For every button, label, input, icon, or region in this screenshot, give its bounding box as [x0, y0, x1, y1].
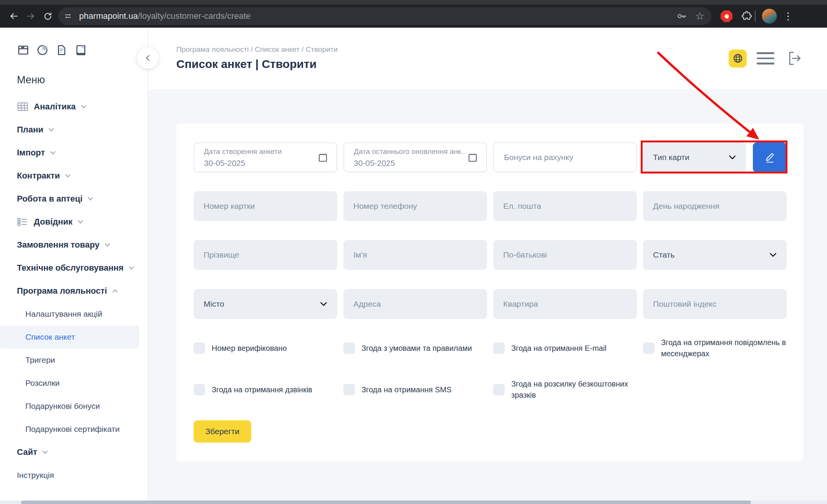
language-globe-button[interactable]: [729, 50, 747, 68]
card-number-input[interactable]: Номер картки: [194, 191, 337, 221]
browser-reload-button[interactable]: [39, 8, 56, 25]
document-icon[interactable]: [55, 44, 68, 56]
checkbox-number-verified[interactable]: Номер верифіковано: [194, 342, 337, 354]
first-name-input[interactable]: Ім'я: [343, 240, 487, 270]
bookmark-star-icon[interactable]: ☆: [695, 11, 704, 21]
calendar-icon[interactable]: [467, 152, 478, 164]
sidebar-item-goods-order[interactable]: Замовлення товару: [0, 233, 148, 256]
sidebar-item-contracts[interactable]: Контракти: [0, 164, 148, 187]
form-card: Дата створення анкети 30-05-2025 Дата ос…: [176, 124, 803, 461]
sidebar-item-import[interactable]: Імпорт: [0, 141, 148, 164]
checkbox-terms-agreement[interactable]: Згода з умовами та правилами: [343, 342, 487, 354]
archive-box-icon[interactable]: [17, 44, 30, 56]
globe-icon: [732, 53, 744, 64]
sidebar-item-loyalty-program[interactable]: Програма лояльності: [0, 279, 148, 302]
card-type-select[interactable]: Тип карти: [643, 142, 746, 172]
adblock-extension-icon[interactable]: [721, 10, 733, 22]
checkbox[interactable]: [343, 384, 355, 395]
browser-forward-button[interactable]: [22, 8, 39, 25]
password-key-icon[interactable]: [676, 10, 688, 22]
checkbox[interactable]: [493, 384, 505, 395]
url-domain: pharmapoint.ua: [79, 11, 138, 21]
email-input[interactable]: Ел. пошта: [493, 191, 637, 221]
sidebar-item-analytics[interactable]: Аналітика: [0, 95, 148, 118]
sidebar-subitem-customer-cards[interactable]: Список анкет: [0, 326, 139, 349]
browser-back-button[interactable]: [5, 8, 22, 25]
sidebar-item-instruction[interactable]: Інструкція: [0, 464, 148, 487]
address-input[interactable]: Адреса: [343, 289, 487, 319]
list-rows-icon: [17, 216, 29, 227]
bonus-balance-field[interactable]: Бонуси на рахунку: [493, 142, 637, 172]
date-created-label: Дата створення анкети: [204, 147, 282, 156]
sidebar-item-site[interactable]: Сайт: [0, 441, 148, 464]
checkbox-messenger-consent[interactable]: Згода на отримання повідомлень в месендж…: [643, 337, 787, 359]
birthday-input[interactable]: День народження: [643, 191, 787, 221]
url-text: pharmapoint.ua/loyalty/customer-cards/cr…: [79, 11, 250, 21]
menu-heading: Меню: [0, 56, 148, 86]
pie-chart-icon[interactable]: [36, 44, 49, 56]
sidebar-item-pharmacy-work[interactable]: Робота в аптеці: [0, 187, 148, 210]
url-path: /loyalty/customer-cards/create: [138, 11, 250, 21]
checkbox-calls-consent[interactable]: Згода на отримання дзвінків: [194, 384, 337, 395]
chevron-down-icon: [729, 155, 736, 160]
calendar-icon[interactable]: [318, 152, 328, 164]
postal-code-input[interactable]: Поштовий індекс: [643, 289, 787, 319]
site-settings-icon[interactable]: [61, 10, 75, 23]
checkbox[interactable]: [194, 342, 205, 354]
horizontal-scrollbar[interactable]: [0, 501, 827, 504]
book-icon[interactable]: [75, 44, 87, 56]
checkbox[interactable]: [493, 342, 505, 354]
hamburger-menu-icon[interactable]: [757, 52, 774, 64]
page-title: Список анкет | Створити: [176, 58, 317, 71]
checkbox[interactable]: [343, 342, 355, 354]
address-bar[interactable]: pharmapoint.ua/loyalty/customer-cards/cr…: [58, 7, 711, 25]
chevron-down-icon: [65, 174, 71, 178]
date-updated-value: 30-05-2025: [354, 159, 395, 168]
sidebar-subitem-promo-settings[interactable]: Налаштування акцій: [0, 302, 148, 326]
logout-button[interactable]: [786, 49, 803, 68]
browser-menu-icon[interactable]: ⋮: [783, 11, 793, 21]
edit-card-type-button[interactable]: [753, 142, 787, 172]
pencil-edit-icon: [764, 152, 776, 163]
sidebar-collapse-button[interactable]: [137, 47, 159, 69]
last-name-input[interactable]: Прізвище: [194, 240, 337, 270]
sidebar-item-plans[interactable]: Плани: [0, 118, 148, 141]
browser-toolbar: pharmapoint.ua/loyalty/customer-cards/cr…: [0, 0, 827, 28]
middle-name-input[interactable]: По-батькові: [493, 240, 637, 270]
table-grid-icon: [17, 101, 29, 112]
chevron-down-icon: [42, 450, 48, 454]
sidebar-subitem-gift-bonuses[interactable]: Подарункові бонуси: [0, 395, 148, 418]
profile-avatar[interactable]: [762, 8, 777, 24]
chevron-down-icon: [48, 128, 54, 132]
apartment-input[interactable]: Квартира: [493, 289, 637, 319]
phone-input[interactable]: Номер телефону: [343, 191, 487, 221]
sidebar-item-directory[interactable]: Довідник: [0, 210, 148, 233]
city-select[interactable]: Місто: [194, 289, 337, 319]
sidebar-item-maintenance[interactable]: Технічне обслуговування: [0, 256, 148, 279]
sidebar-subitem-triggers[interactable]: Тригери: [0, 349, 148, 372]
date-updated-field[interactable]: Дата останнього оновлення анк... 30-05-2…: [343, 142, 487, 172]
gender-select[interactable]: Стать: [643, 240, 787, 270]
checkbox[interactable]: [643, 342, 655, 354]
checkbox-sms-consent[interactable]: Згода на отримання SMS: [343, 384, 487, 395]
page-header: Програма лояльності / Список анкет / Ств…: [148, 28, 827, 89]
chevron-up-icon: [112, 289, 118, 293]
extensions-puzzle-icon[interactable]: [741, 10, 752, 22]
sidebar-subitem-gift-certificates[interactable]: Подарункові сертифікати: [0, 418, 148, 441]
date-updated-label: Дата останнього оновлення анк...: [354, 147, 465, 156]
date-created-value: 30-05-2025: [204, 159, 245, 168]
stop-hand-icon: [723, 13, 730, 20]
main-area: Програма лояльності / Список анкет / Ств…: [148, 28, 827, 504]
chevron-down-icon: [88, 197, 93, 201]
scrollbar-thumb[interactable]: [21, 501, 751, 504]
forward-arrow-icon: [26, 11, 36, 21]
sidebar-subitem-mailings[interactable]: Розсилки: [0, 372, 148, 395]
date-created-field[interactable]: Дата створення анкети 30-05-2025: [194, 142, 337, 172]
checkbox[interactable]: [194, 384, 205, 395]
window-strip: [0, 0, 827, 5]
checkbox-free-samples-consent[interactable]: Згода на розсилку безкоштовних зразків: [493, 378, 637, 401]
save-button[interactable]: Зберегти: [194, 420, 251, 443]
sidebar: Меню Аналітика Плани Імпорт: [0, 28, 148, 504]
checkbox-email-consent[interactable]: Згода на отримання E-mail: [493, 342, 637, 354]
content-area: Повернутись до списку Дата створення анк…: [148, 89, 827, 504]
